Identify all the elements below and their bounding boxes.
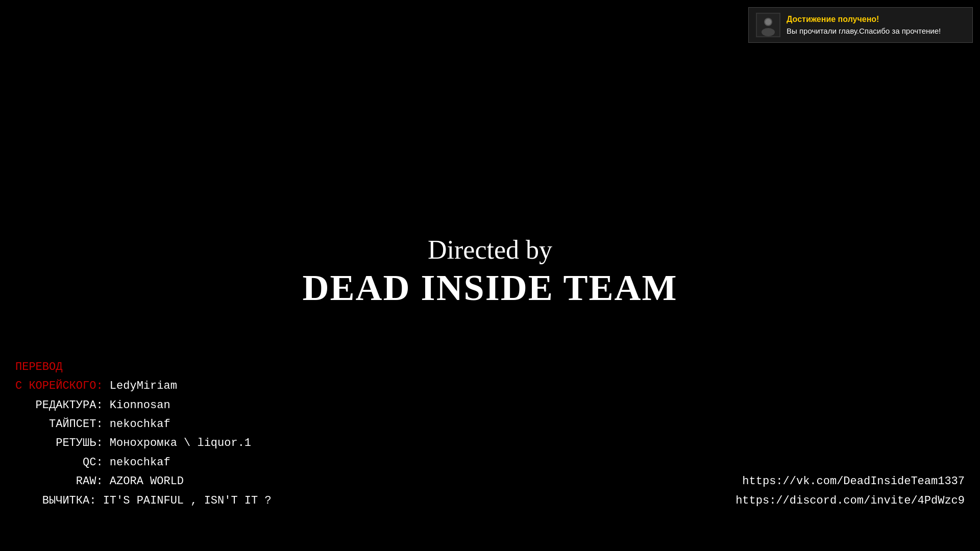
- svg-point-3: [765, 19, 771, 25]
- credits-row-3: РЕТУШЬ: Монохромка \ liquor.1: [15, 434, 272, 453]
- achievement-notification: Достижение получено! Вы прочитали главу.…: [748, 7, 973, 43]
- discord-link: https://discord.com/invite/4PdWzc9: [736, 491, 965, 510]
- vk-link: https://vk.com/DeadInsideTeam1337: [736, 472, 965, 491]
- achievement-avatar: [756, 13, 780, 37]
- achievement-text-block: Достижение получено! Вы прочитали главу.…: [787, 13, 941, 37]
- achievement-title: Достижение получено!: [787, 13, 941, 26]
- directed-by-label: Directed by: [303, 235, 678, 265]
- credits-rows: С КОРЕЙСКОГО: LedyMiriam РЕДАКТУРА: Kion…: [15, 377, 272, 510]
- credits-row-5: RAW: AZORA WORLD: [15, 472, 272, 491]
- team-name-label: DEAD INSIDE TEAM: [303, 267, 678, 309]
- links-section: https://vk.com/DeadInsideTeam1337 https:…: [736, 472, 965, 510]
- credits-row-2: ТАЙПСЕТ: nekochkaf: [15, 415, 272, 434]
- credits-row-0: С КОРЕЙСКОГО: LedyMiriam: [15, 377, 272, 395]
- credits-section-label: ПЕРЕВОД: [15, 358, 272, 377]
- credits-row-4: QC: nekochkaf: [15, 453, 272, 472]
- credits-row-1: РЕДАКТУРА: Kionnosan: [15, 396, 272, 415]
- svg-point-2: [762, 28, 775, 36]
- main-content: Directed by DEAD INSIDE TEAM: [303, 235, 678, 309]
- credits-row-6: ВЫЧИТКА: IT'S PAINFUL , ISN'T IT ?: [15, 491, 272, 510]
- achievement-description: Вы прочитали главу.Спасибо за прочтение!: [787, 26, 941, 37]
- credits-section: ПЕРЕВОД С КОРЕЙСКОГО: LedyMiriam РЕДАКТУ…: [15, 358, 272, 510]
